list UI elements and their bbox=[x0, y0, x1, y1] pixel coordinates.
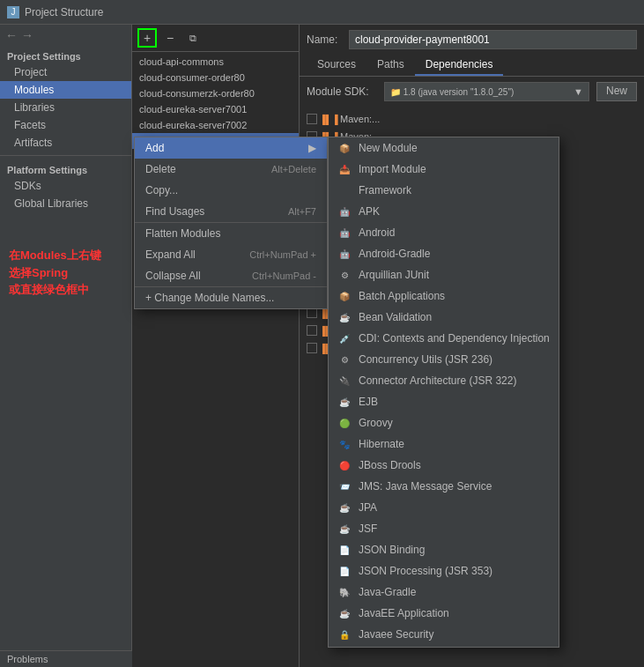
submenu-item-cdi[interactable]: 💉 CDI: Contexts and Dependency Injection bbox=[329, 328, 559, 349]
new-sdk-button[interactable]: New bbox=[596, 82, 637, 101]
submenu: 📦 New Module 📥 Import Module Framework 🤖… bbox=[328, 137, 559, 648]
platform-settings-header: Platform Settings bbox=[0, 159, 131, 177]
submenu-item-json-processing[interactable]: 📄 JSON Processing (JSR 353) bbox=[329, 560, 559, 582]
jboss-icon: 🔴 bbox=[337, 458, 352, 472]
submenu-item-jpa[interactable]: ☕ JPA bbox=[329, 497, 559, 518]
submenu-item-bean-validation[interactable]: ☕ Bean Validation bbox=[329, 307, 559, 328]
ctx-item-add[interactable]: Add ▶ bbox=[135, 137, 327, 159]
submenu-item-connector[interactable]: 🔌 Connector Architecture (JSR 322) bbox=[329, 370, 559, 391]
middle-panel: + − ⧉ cloud-api-commons cloud-consumer-o… bbox=[132, 25, 300, 667]
json-processing-icon: 📄 bbox=[337, 564, 352, 578]
app-icon: J bbox=[7, 6, 19, 19]
module-item[interactable]: cloud-api-commons bbox=[132, 54, 299, 70]
connector-icon: 🔌 bbox=[337, 374, 352, 388]
ctx-item-flatten[interactable]: Flatten Modules bbox=[135, 222, 327, 244]
tab-dependencies[interactable]: Dependencies bbox=[415, 55, 504, 76]
submenu-item-batch[interactable]: 📦 Batch Applications bbox=[329, 285, 559, 307]
java-gradle-icon: 🐘 bbox=[337, 585, 352, 599]
javaee-security-icon: 🔒 bbox=[337, 627, 352, 641]
back-arrow[interactable]: ← bbox=[5, 28, 18, 42]
apk-icon: 🤖 bbox=[337, 204, 352, 219]
json-binding-icon: 📄 bbox=[337, 543, 352, 557]
ctx-item-change-names[interactable]: + Change Module Names... bbox=[135, 286, 327, 308]
sdk-label: Module SDK: bbox=[307, 85, 377, 98]
ctx-item-collapse-all[interactable]: Collapse All Ctrl+NumPad - bbox=[135, 265, 327, 286]
copy-module-button[interactable]: ⧉ bbox=[183, 28, 203, 48]
tab-paths[interactable]: Paths bbox=[366, 55, 415, 76]
ctx-item-delete[interactable]: Delete Alt+Delete bbox=[135, 159, 327, 180]
title-bar: J Project Structure bbox=[0, 0, 644, 25]
sdk-select[interactable]: 📁 1.8 (java version "1.8.0_25") ▼ bbox=[384, 82, 589, 101]
module-item[interactable]: cloud-eureka-server7002 bbox=[132, 117, 299, 133]
tabs-row: Sources Paths Dependencies bbox=[300, 55, 644, 77]
framework-icon bbox=[337, 183, 352, 197]
divider bbox=[0, 155, 131, 156]
dep-item: ▐▌▐ Maven:... bbox=[300, 110, 644, 128]
submenu-item-concurrency[interactable]: ⚙ Concurrency Utils (JSR 236) bbox=[329, 349, 559, 370]
batch-icon: 📦 bbox=[337, 289, 352, 303]
cdi-icon: 💉 bbox=[337, 331, 352, 345]
sidebar-item-artifacts[interactable]: Artifacts bbox=[0, 134, 131, 152]
submenu-item-jsf[interactable]: ☕ JSF bbox=[329, 518, 559, 539]
name-input[interactable] bbox=[349, 30, 637, 49]
bean-validation-icon: ☕ bbox=[337, 310, 352, 324]
submenu-item-import-module[interactable]: 📥 Import Module bbox=[329, 159, 559, 180]
ctx-item-find-usages[interactable]: Find Usages Alt+F7 bbox=[135, 201, 327, 222]
sidebar-item-modules[interactable]: Modules bbox=[0, 81, 131, 99]
import-module-icon: 📥 bbox=[337, 162, 352, 176]
javaee-app-icon: ☕ bbox=[337, 606, 352, 620]
submenu-item-apk[interactable]: 🤖 APK bbox=[329, 201, 559, 222]
submenu-item-json-binding[interactable]: 📄 JSON Binding bbox=[329, 539, 559, 560]
ctx-item-copy[interactable]: Copy... bbox=[135, 180, 327, 201]
forward-arrow[interactable]: → bbox=[21, 28, 33, 42]
ejb-icon: ☕ bbox=[337, 395, 352, 409]
submenu-item-jboss-drools[interactable]: 🔴 JBoss Drools bbox=[329, 455, 559, 476]
submenu-item-groovy[interactable]: 🟢 Groovy bbox=[329, 412, 559, 434]
add-module-button[interactable]: + bbox=[137, 28, 157, 48]
dep-checkbox[interactable] bbox=[307, 325, 317, 336]
name-label: Name: bbox=[307, 33, 342, 46]
ctx-item-expand-all[interactable]: Expand All Ctrl+NumPad + bbox=[135, 244, 327, 265]
submenu-item-arquillian[interactable]: ⚙ Arquillian JUnit bbox=[329, 264, 559, 285]
submenu-item-ejb[interactable]: ☕ EJB bbox=[329, 391, 559, 412]
submenu-item-android[interactable]: 🤖 Android bbox=[329, 222, 559, 243]
dep-checkbox[interactable] bbox=[307, 114, 317, 124]
sidebar-item-facets[interactable]: Facets bbox=[0, 116, 131, 134]
submenu-item-jms[interactable]: 📨 JMS: Java Message Service bbox=[329, 476, 559, 497]
problems-bar[interactable]: Problems bbox=[0, 650, 132, 667]
dep-maven-icon: ▐▌▐ bbox=[322, 113, 335, 125]
jsf-icon: ☕ bbox=[337, 522, 352, 536]
groovy-icon: 🟢 bbox=[337, 416, 352, 430]
context-menu: Add ▶ Delete Alt+Delete Copy... Find Usa… bbox=[134, 137, 328, 309]
sidebar-item-project[interactable]: Project bbox=[0, 63, 131, 81]
submenu-item-android-gradle[interactable]: 🤖 Android-Gradle bbox=[329, 243, 559, 264]
android-gradle-icon: 🤖 bbox=[337, 247, 352, 261]
submenu-item-kotlin[interactable]: K Kotlin bbox=[329, 645, 559, 648]
module-item[interactable]: cloud-consumer-order80 bbox=[132, 70, 299, 85]
sdk-dropdown-arrow: ▼ bbox=[574, 86, 583, 97]
sdk-row: Module SDK: 📁 1.8 (java version "1.8.0_2… bbox=[300, 77, 644, 107]
nav-arrows: ← → bbox=[0, 25, 131, 46]
jms-icon: 📨 bbox=[337, 479, 352, 493]
left-panel: ← → Project Settings Project Modules Lib… bbox=[0, 25, 132, 667]
remove-module-button[interactable]: − bbox=[160, 28, 180, 48]
submenu-item-framework[interactable]: Framework bbox=[329, 180, 559, 201]
submenu-item-hibernate[interactable]: 🐾 Hibernate bbox=[329, 434, 559, 455]
submenu-item-java-gradle[interactable]: 🐘 Java-Gradle bbox=[329, 582, 559, 603]
project-settings-header: Project Settings bbox=[0, 46, 131, 63]
dep-checkbox[interactable] bbox=[307, 343, 317, 353]
jpa-icon: ☕ bbox=[337, 500, 352, 515]
android-icon: 🤖 bbox=[337, 226, 352, 240]
submenu-item-new-module[interactable]: 📦 New Module bbox=[329, 137, 559, 159]
sidebar-item-sdks[interactable]: SDKs bbox=[0, 177, 131, 195]
submenu-item-javaee-app[interactable]: ☕ JavaEE Application bbox=[329, 603, 559, 624]
sidebar-item-libraries[interactable]: Libraries bbox=[0, 99, 131, 116]
name-row: Name: bbox=[300, 25, 644, 55]
submenu-item-javaee-security[interactable]: 🔒 Javaee Security bbox=[329, 624, 559, 645]
ctx-add-arrow: ▶ bbox=[308, 142, 316, 154]
module-item[interactable]: cloud-consumerzk-order80 bbox=[132, 85, 299, 101]
module-item[interactable]: cloud-eureka-server7001 bbox=[132, 101, 299, 117]
sidebar-item-global-libraries[interactable]: Global Libraries bbox=[0, 195, 131, 212]
new-module-icon: 📦 bbox=[337, 141, 352, 155]
tab-sources[interactable]: Sources bbox=[307, 55, 366, 76]
